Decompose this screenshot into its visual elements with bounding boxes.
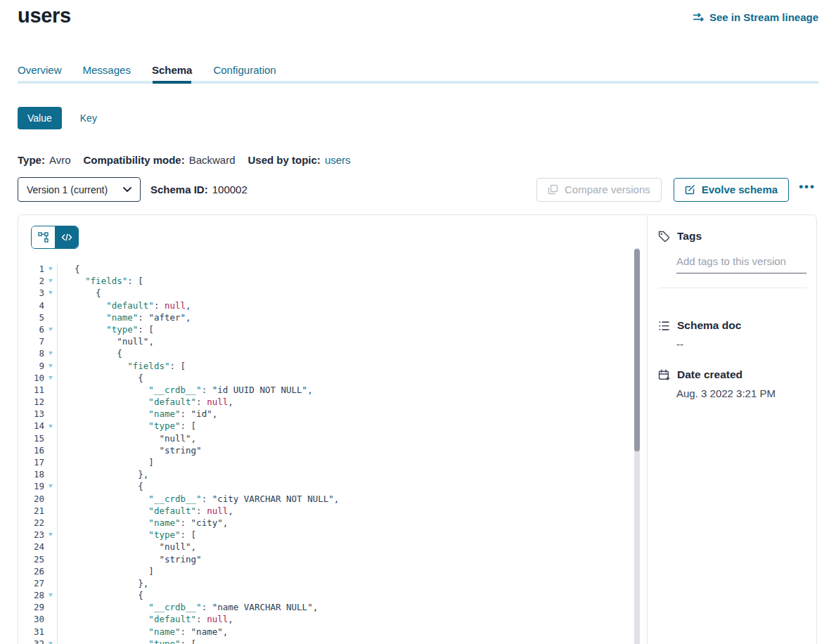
line-number: 20 — [18, 493, 44, 505]
code-view-icon — [61, 232, 72, 243]
code-line: 22 "name": "city", — [18, 517, 647, 529]
schema-doc-title: Schema doc — [677, 319, 741, 332]
caret-spacer — [44, 335, 57, 347]
code-line: 3 { — [18, 287, 647, 299]
code-line: 26 ] — [18, 565, 647, 577]
compare-icon — [548, 184, 558, 195]
code-content: "type": [ — [57, 529, 196, 541]
value-tab-button[interactable]: Value — [18, 107, 62, 129]
line-number: 4 — [18, 300, 44, 311]
tags-input[interactable] — [676, 254, 806, 273]
collapse-caret-icon[interactable] — [44, 287, 57, 299]
collapse-caret-icon[interactable] — [44, 372, 57, 384]
code-content: "default": null, — [57, 396, 233, 408]
tree-view-icon — [38, 232, 49, 243]
tags-section: Tags — [658, 230, 806, 288]
code-content: "name": "after", — [57, 311, 191, 323]
collapse-caret-icon[interactable] — [44, 420, 57, 432]
collapse-caret-icon[interactable] — [44, 275, 57, 287]
line-number: 22 — [18, 517, 44, 529]
schema-doc-value: -- — [676, 338, 806, 350]
collapse-caret-icon[interactable] — [44, 263, 57, 275]
code-content: }, — [57, 468, 148, 480]
line-number: 27 — [18, 577, 44, 589]
more-options-button[interactable]: ••• — [796, 181, 818, 199]
value-key-toggle: Value Key — [18, 107, 97, 129]
code-line: 24 "null", — [18, 541, 647, 553]
code-content: "default": null, — [57, 505, 233, 517]
code-content: "string" — [57, 553, 202, 565]
caret-spacer — [44, 408, 57, 420]
version-select[interactable]: Version 1 (current) — [18, 177, 141, 202]
code-line: 23 "type": [ — [18, 529, 647, 541]
type-value: Avro — [49, 154, 71, 166]
line-number: 9 — [18, 360, 44, 372]
tree-view-button[interactable] — [32, 226, 55, 248]
line-number: 10 — [18, 372, 44, 384]
code-content: "null", — [57, 432, 196, 444]
code-line: 7 "null", — [18, 335, 647, 347]
list-icon — [658, 320, 670, 332]
schema-id-label: Schema ID: — [150, 183, 208, 195]
active-tab-underline — [153, 81, 191, 84]
more-options-icon: ••• — [799, 180, 816, 193]
compatibility-label: Compatibility mode: — [83, 154, 184, 166]
line-number: 18 — [18, 468, 44, 480]
code-line: 32 "type": [ — [18, 638, 647, 644]
line-number: 15 — [18, 432, 44, 444]
tags-title: Tags — [677, 230, 702, 243]
code-content: "__crdb__": "name VARCHAR NULL", — [57, 601, 318, 613]
line-number: 14 — [18, 420, 44, 432]
code-scrollbar-thumb[interactable] — [634, 249, 640, 451]
collapse-caret-icon[interactable] — [44, 360, 57, 372]
code-scrollbar-track[interactable] — [634, 248, 640, 644]
code-content: "type": [ — [57, 420, 196, 432]
code-line: 14 "type": [ — [18, 420, 647, 432]
collapse-caret-icon[interactable] — [44, 589, 57, 601]
page-title: users — [18, 4, 71, 27]
code-content: }, — [57, 577, 148, 589]
collapse-caret-icon[interactable] — [44, 347, 57, 359]
type-label: Type: — [18, 154, 45, 166]
line-number: 2 — [18, 275, 44, 287]
compatibility-group: Compatibility mode: Backward — [83, 154, 235, 166]
code-line: 27 }, — [18, 577, 647, 589]
code-line: 29 "__crdb__": "name VARCHAR NULL", — [18, 601, 647, 613]
code-line: 10 { — [18, 372, 647, 384]
schema-meta-row: Type: Avro Compatibility mode: Backward … — [18, 154, 351, 166]
caret-spacer — [44, 396, 57, 408]
stream-lineage-link[interactable]: See in Stream lineage — [693, 11, 818, 23]
line-number: 3 — [18, 287, 44, 299]
topic-link[interactable]: users — [325, 154, 351, 166]
code-content: { — [57, 287, 101, 299]
line-number: 25 — [18, 553, 44, 565]
caret-spacer — [44, 613, 57, 625]
collapse-caret-icon[interactable] — [44, 638, 57, 644]
schema-info-sidebar: Tags Schema doc — [647, 215, 817, 644]
date-created-title: Date created — [677, 368, 742, 381]
line-number: 7 — [18, 335, 44, 347]
collapse-caret-icon[interactable] — [44, 529, 57, 541]
code-content: "default": null, — [57, 613, 233, 625]
code-editor[interactable]: 1{2 "fields": [3 {4 "default": null,5 "n… — [18, 248, 647, 644]
schema-id-group: Schema ID: 100002 — [150, 183, 247, 195]
code-view-button[interactable] — [55, 226, 78, 248]
version-select-value: Version 1 (current) — [27, 184, 108, 195]
caret-spacer — [44, 505, 57, 517]
code-line: 4 "default": null, — [18, 300, 647, 311]
tab-bar: Overview Messages Schema Configuration — [18, 62, 818, 84]
edit-icon — [685, 184, 695, 195]
code-line: 19 { — [18, 480, 647, 492]
code-content: "type": [ — [57, 323, 154, 335]
collapse-caret-icon[interactable] — [44, 323, 57, 335]
code-content: "type": [ — [57, 638, 196, 644]
sidebar-divider — [658, 288, 806, 288]
key-tab-button[interactable]: Key — [80, 112, 97, 124]
date-created-section: Date created Aug. 3 2022 3:21 PM — [658, 368, 806, 399]
evolve-schema-button[interactable]: Evolve schema — [674, 178, 789, 202]
date-created-value: Aug. 3 2022 3:21 PM — [676, 387, 806, 399]
collapse-caret-icon[interactable] — [44, 480, 57, 492]
caret-spacer — [44, 444, 57, 456]
code-content: "fields": [ — [57, 275, 143, 287]
compare-versions-button[interactable]: Compare versions — [536, 178, 662, 202]
